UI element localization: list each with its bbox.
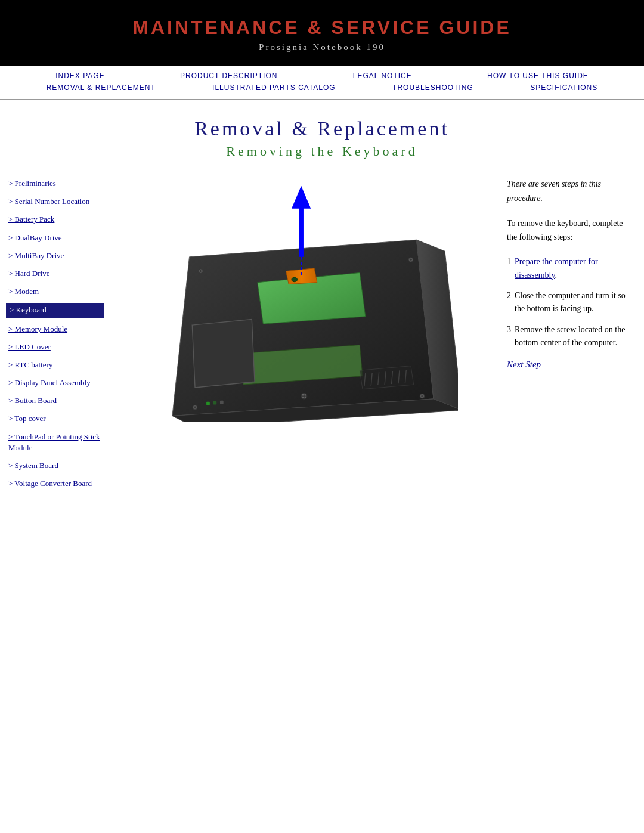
sidebar-item-modem[interactable]: > Modem (6, 285, 104, 298)
sidebar-item-top-cover[interactable]: > Top cover (6, 412, 104, 425)
nav-legal-notice[interactable]: LEGAL NOTICE (353, 72, 412, 80)
prepare-computer-link[interactable]: Prepare the computer for disassembly (515, 257, 598, 279)
sidebar-item-keyboard[interactable]: > Keyboard (6, 303, 104, 317)
step-2-text: Close the computer and turn it so the bo… (515, 289, 632, 316)
page-title-area: Removal & Replacement Removing the Keybo… (0, 100, 644, 165)
step-1-number: 1 (507, 255, 511, 282)
sidebar-item-serial-number[interactable]: > Serial Number Location (6, 195, 104, 208)
nav-how-to-use[interactable]: HOW TO USE THIS GUIDE (487, 72, 589, 80)
step-2-number: 2 (507, 289, 511, 316)
svg-rect-33 (219, 401, 223, 404)
sidebar-item-preliminaries[interactable]: > Preliminaries (6, 177, 104, 190)
step-1-text: Prepare the computer for disassembly. (515, 255, 632, 282)
nav-product-description[interactable]: PRODUCT DESCRIPTION (180, 72, 277, 80)
step-3-number: 3 (507, 323, 511, 350)
main-layout: > Preliminaries > Serial Number Location… (0, 165, 644, 507)
sidebar-item-dualbay[interactable]: > DualBay Drive (6, 231, 104, 244)
step-1: 1 Prepare the computer for disassembly. (507, 255, 632, 282)
nav-removal-replacement[interactable]: REMOVAL & REPLACEMENT (47, 83, 156, 92)
nav-row-2: REMOVAL & REPLACEMENT ILLUSTRATED PARTS … (18, 83, 626, 92)
svg-rect-31 (206, 402, 210, 405)
navigation: INDEX PAGE PRODUCT DESCRIPTION LEGAL NOT… (0, 66, 644, 100)
sidebar-item-led-cover[interactable]: > LED Cover (6, 340, 104, 354)
nav-row-1: INDEX PAGE PRODUCT DESCRIPTION LEGAL NOT… (18, 72, 626, 80)
step-3-text: Remove the screw located on the bottom c… (515, 323, 632, 350)
sidebar-item-hard-drive[interactable]: > Hard Drive (6, 267, 104, 280)
sidebar-item-voltage-converter[interactable]: > Voltage Converter Board (6, 477, 104, 490)
sidebar-item-battery-pack[interactable]: > Battery Pack (6, 213, 104, 226)
center-content (104, 177, 501, 495)
page-title: Removal & Replacement (0, 117, 644, 140)
step-3: 3 Remove the screw located on the bottom… (507, 323, 632, 350)
sidebar-item-button-board[interactable]: > Button Board (6, 394, 104, 407)
nav-index-page[interactable]: INDEX PAGE (55, 72, 104, 80)
sidebar-item-system-board[interactable]: > System Board (6, 459, 104, 472)
sidebar-item-rtc-battery[interactable]: > RTC battery (6, 358, 104, 371)
nav-troubleshooting[interactable]: TROUBLESHOOTING (392, 83, 473, 92)
laptop-svg (148, 183, 458, 422)
svg-marker-4 (286, 268, 317, 284)
svg-marker-6 (192, 320, 255, 388)
right-panel: There are seven steps in this procedure.… (501, 177, 638, 495)
svg-point-7 (291, 277, 297, 282)
page-header: MAINTENANCE & SERVICE GUIDE Prosignia No… (0, 0, 644, 66)
nav-specifications[interactable]: SPECIFICATIONS (530, 83, 597, 92)
sidebar-item-touchpad[interactable]: > TouchPad or Pointing Stick Module (6, 431, 104, 454)
header-subtitle: Prosignia Notebook 190 (12, 42, 632, 52)
laptop-illustration (148, 183, 458, 422)
svg-rect-32 (213, 401, 216, 405)
page-subtitle: Removing the Keyboard (0, 144, 644, 159)
steps-intro-italic: There are seven steps in this procedure. (507, 177, 632, 206)
next-step-link[interactable]: Next Step (507, 357, 632, 371)
main-title: MAINTENANCE & SERVICE GUIDE (12, 17, 632, 39)
sidebar-item-display-panel[interactable]: > Display Panel Assembly (6, 376, 104, 389)
svg-marker-35 (291, 186, 310, 209)
sidebar-item-multibay[interactable]: > MultiBay Drive (6, 249, 104, 262)
nav-parts-catalog[interactable]: ILLUSTRATED PARTS CATALOG (212, 83, 336, 92)
sidebar: > Preliminaries > Serial Number Location… (6, 177, 104, 495)
step-2: 2 Close the computer and turn it so the … (507, 289, 632, 316)
sidebar-item-memory-module[interactable]: > Memory Module (6, 323, 104, 336)
steps-intro-text: To remove the keyboard, complete the fol… (507, 216, 632, 245)
